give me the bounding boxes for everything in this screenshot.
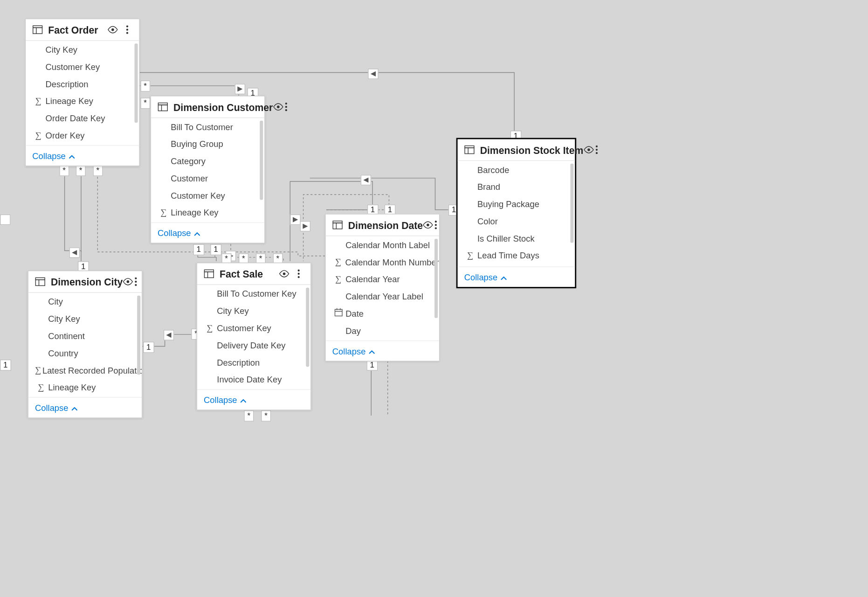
table-fact-order[interactable]: Fact Order City KeyCustomer KeyDescripti… [25,19,140,167]
chevron-up-icon [500,272,507,282]
svg-rect-9 [33,28,42,34]
field-row[interactable]: ∑Lineage Key [26,92,139,110]
field-row[interactable]: Customer Key [151,187,264,204]
sigma-icon: ∑ [160,207,166,218]
card-header[interactable]: Fact Sale [197,263,310,285]
table-fact-sale[interactable]: Fact Sale Bill To Customer KeyCity Key∑C… [196,263,311,410]
field-row[interactable]: Customer Key [26,58,139,75]
field-row[interactable]: Barcode [458,161,575,178]
field-row[interactable]: ∑Lineage Key [28,379,142,396]
collapse-button[interactable]: Collapse [32,151,75,161]
visibility-icon[interactable] [273,100,283,113]
field-row[interactable]: Package [26,144,139,145]
direction-chip [235,84,246,95]
field-label: City Key [217,306,248,316]
card-body: BarcodeBrandBuying PackageColorIs Chille… [458,161,575,266]
field-row[interactable]: Location [28,396,142,397]
field-label: Is Chiller Stock [477,233,535,243]
table-icon [32,24,43,35]
field-row[interactable]: ∑Customer Key [197,319,310,337]
more-options-icon[interactable] [595,143,598,156]
svg-rect-52 [204,272,214,278]
field-row[interactable]: Buying Package [458,195,575,213]
field-label: Latest Recorded Population [42,365,142,375]
field-label: Bill To Customer Key [217,289,296,298]
field-row[interactable]: ∑Lead Time Days [458,247,575,264]
field-row[interactable]: ∑Calendar Month Number [326,253,439,271]
scrollbar[interactable] [135,43,138,123]
card-header[interactable]: Dimension Date [326,215,439,236]
field-row[interactable]: Continent [28,327,142,345]
visibility-icon[interactable] [123,275,133,288]
scrollbar[interactable] [306,288,309,367]
scrollbar[interactable] [570,164,573,243]
card-header[interactable]: Dimension Customer [151,96,264,118]
field-row[interactable]: Invoice Date Key [197,371,310,388]
scrollbar[interactable] [434,239,438,318]
field-row[interactable]: ∑Order Key [26,127,139,144]
field-row[interactable]: ∑Lineage Key [151,204,264,221]
field-row[interactable]: ∑Lineage Key [197,388,310,389]
svg-point-19 [285,103,287,104]
card-header[interactable]: Dimension City [28,271,142,293]
field-row[interactable]: ∑Lineage Key [458,264,575,267]
visibility-icon[interactable] [277,267,290,280]
field-row[interactable]: Country [28,344,142,361]
field-row[interactable]: Brand [458,178,575,195]
field-label: City [48,297,63,306]
cardinality-star: * [140,81,150,92]
visibility-icon[interactable] [583,143,594,156]
field-row[interactable]: Customer [151,169,264,187]
field-row[interactable]: City Key [26,41,139,58]
field-label: Description [46,79,89,89]
field-row[interactable]: City Key [197,302,310,319]
collapse-button[interactable]: Collapse [464,272,507,282]
field-row[interactable]: Is Chiller Stock [458,229,575,247]
field-row[interactable]: Bill To Customer [151,118,264,135]
more-options-icon[interactable] [285,100,288,113]
scrollbar[interactable] [260,121,263,200]
field-label: Category [171,156,206,166]
field-row[interactable]: Day [326,322,439,339]
field-row[interactable]: ∑Latest Recorded Population [28,361,142,379]
table-dimension-stock-item[interactable]: Dimension Stock Item BarcodeBrandBuying … [456,138,576,288]
more-options-icon[interactable] [135,275,138,288]
field-row[interactable]: Date [326,305,439,322]
field-row[interactable]: Category [151,153,264,170]
collapse-button[interactable]: Collapse [204,395,246,405]
table-dimension-date[interactable]: Dimension Date Calendar Month Label∑Cale… [325,214,440,361]
field-row[interactable]: Color [458,212,575,229]
chevron-up-icon [240,395,246,405]
more-options-icon[interactable] [121,23,134,36]
field-row[interactable]: Calendar Year Label [326,288,439,305]
collapse-button[interactable]: Collapse [332,347,375,356]
more-options-icon[interactable] [292,267,305,280]
visibility-icon[interactable] [106,23,119,36]
svg-rect-45 [35,280,45,286]
more-options-icon[interactable] [435,218,438,231]
field-row[interactable]: Bill To Customer Key [197,285,310,302]
collapse-label: Collapse [464,272,498,282]
field-row[interactable]: Delivery Date Key [197,336,310,354]
card-header[interactable]: Dimension Stock Item [458,139,575,161]
field-row[interactable]: City [28,293,142,310]
model-canvas[interactable]: * * 1 1 * * * 1 1 1 * * * * * 1 1 1 1 1 … [0,0,864,597]
scrollbar[interactable] [137,296,140,375]
field-row[interactable]: ∑Calendar Year [326,271,439,288]
collapse-button[interactable]: Collapse [35,403,77,413]
card-header[interactable]: Fact Order [26,19,139,41]
field-row[interactable]: Description [197,354,310,371]
collapse-button[interactable]: Collapse [158,228,200,238]
field-row[interactable]: ∑Day Number [326,339,439,340]
field-label: City Key [48,314,80,324]
field-row[interactable]: Calendar Month Label [326,236,439,253]
field-row[interactable]: City Key [28,310,142,327]
table-dimension-city[interactable]: Dimension City CityCity KeyContinentCoun… [28,271,142,418]
table-dimension-customer[interactable]: Dimension Customer Bill To CustomerBuyin… [150,96,265,243]
visibility-icon[interactable] [423,218,434,231]
field-row[interactable]: Description [26,75,139,92]
field-row[interactable]: Postal Code [151,221,264,222]
field-row[interactable]: Buying Group [151,135,264,153]
sigma-icon: ∑ [38,382,44,393]
field-row[interactable]: Order Date Key [26,110,139,127]
